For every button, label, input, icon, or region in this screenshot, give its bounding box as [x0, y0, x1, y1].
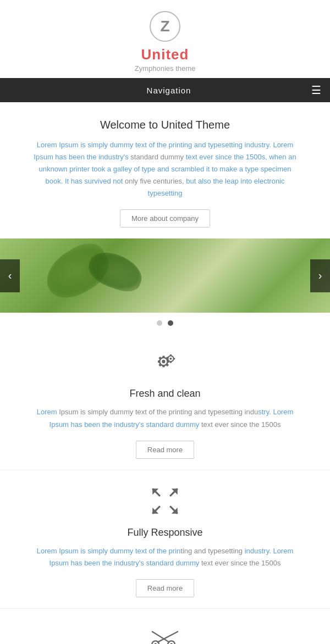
feature-fresh-title: Fresh and clean — [33, 388, 297, 399]
slider-prev-button[interactable]: ‹ — [0, 259, 20, 292]
more-about-company-button[interactable]: More about company — [120, 209, 210, 227]
slider-dot-1[interactable] — [157, 320, 162, 326]
logo-icon: Z — [150, 11, 180, 42]
slider-image — [0, 238, 330, 313]
slider-next-button[interactable]: › — [310, 259, 330, 292]
scissors-icon — [33, 625, 297, 644]
feature-responsive: Fully Responsive Lorem Ipsum is simply d… — [0, 470, 330, 609]
svg-rect-15 — [173, 358, 175, 360]
svg-rect-13 — [170, 362, 172, 363]
site-header: Z United Zymphonies theme — [0, 0, 330, 78]
welcome-title: Welcome to United Theme — [33, 119, 297, 131]
svg-rect-6 — [158, 357, 162, 360]
site-title: United — [0, 46, 330, 63]
slider-dots — [0, 313, 330, 331]
welcome-section: Welcome to United Theme Lorem Ipsum is s… — [0, 102, 330, 238]
feature-responsive-read-more[interactable]: Read more — [136, 579, 194, 597]
slider-dot-2[interactable] — [168, 320, 173, 326]
feature-customize: Easy to Customize Lorem Ipsum is simply … — [0, 609, 330, 644]
navbar: Navigation ☰ — [0, 78, 330, 102]
hamburger-icon[interactable]: ☰ — [311, 84, 321, 97]
site-subtitle: Zymphonies theme — [0, 64, 330, 73]
svg-rect-8 — [158, 364, 162, 367]
svg-rect-14 — [167, 358, 168, 360]
arrows-icon — [33, 487, 297, 519]
welcome-text: Lorem Ipsum is simply dummy text of the … — [33, 139, 297, 199]
svg-rect-2 — [162, 356, 164, 358]
image-slider: ‹ › — [0, 238, 330, 313]
svg-rect-12 — [170, 354, 172, 356]
svg-rect-4 — [158, 360, 160, 363]
feature-responsive-title: Fully Responsive — [33, 527, 297, 538]
svg-point-11 — [169, 358, 172, 360]
gears-icon — [33, 348, 297, 380]
feature-fresh-read-more[interactable]: Read more — [136, 441, 194, 459]
feature-fresh-text: Lorem Ipsum is simply dummy text of the … — [33, 406, 297, 430]
feature-fresh: Fresh and clean Lorem Ipsum is simply du… — [0, 331, 330, 470]
feature-responsive-text: Lorem Ipsum is simply dummy text of the … — [33, 545, 297, 569]
nav-label: Navigation — [147, 86, 191, 95]
svg-rect-3 — [162, 365, 164, 368]
svg-point-1 — [162, 360, 165, 363]
